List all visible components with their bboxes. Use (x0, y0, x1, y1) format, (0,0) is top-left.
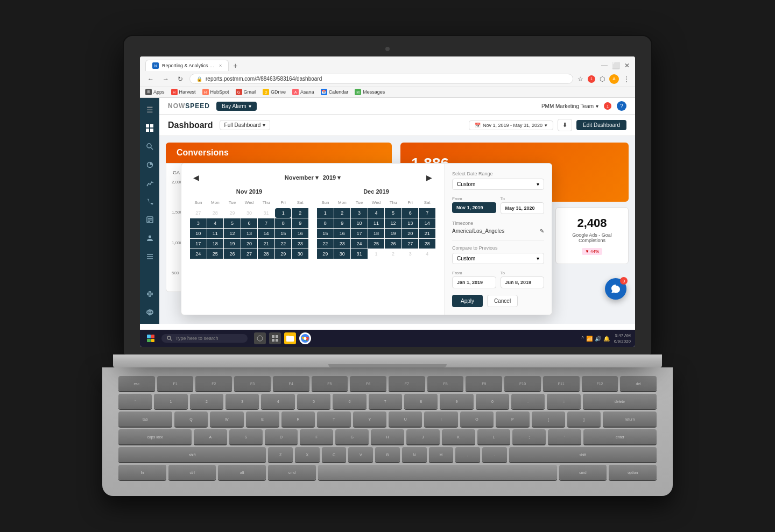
key-fn[interactable]: fn (118, 465, 166, 480)
key-f9[interactable]: F9 (466, 376, 502, 391)
cal-day[interactable]: 23 (292, 239, 308, 249)
forward-btn[interactable]: → (160, 74, 171, 84)
key-f11[interactable]: F11 (543, 376, 580, 391)
key-delete[interactable]: del (620, 376, 657, 391)
bookmark-harvest[interactable]: H Harvest (171, 89, 196, 95)
cal-day[interactable]: 29 (317, 249, 334, 259)
cal-day[interactable]: 5 (224, 218, 241, 228)
taskbar-icon-view[interactable] (269, 332, 281, 344)
sidebar-item-dashboard[interactable] (142, 120, 157, 136)
export-button[interactable]: ⬇ (558, 119, 572, 131)
new-tab-button[interactable]: + (230, 60, 241, 71)
key-f1[interactable]: F1 (157, 376, 194, 391)
key-2[interactable]: 2 (190, 394, 223, 409)
dr-range-selector[interactable]: Custom ▾ (452, 179, 544, 190)
key-m[interactable]: M (429, 447, 454, 462)
cal-day[interactable]: 11 (207, 229, 224, 238)
cal-day[interactable]: 16 (334, 229, 351, 238)
key-z[interactable]: Z (268, 447, 293, 462)
taskbar-icon-folder[interactable] (284, 332, 296, 344)
extension-badge[interactable]: 1 (588, 75, 595, 83)
key-enter2[interactable]: enter (583, 429, 657, 444)
cal-day[interactable]: 11 (368, 218, 385, 228)
chat-widget[interactable]: 3 (605, 278, 626, 300)
cal-day[interactable]: 28 (419, 239, 435, 249)
address-bar[interactable]: 🔒 reports.postmm.com/#/88463/583164/dash… (189, 74, 573, 84)
cal-day[interactable]: 18 (207, 239, 224, 249)
year-selector[interactable]: 2019 ▾ (323, 174, 341, 181)
windows-start-button[interactable] (144, 332, 157, 345)
taskbar-wifi-icon[interactable]: 📶 (586, 336, 593, 342)
key-ctrl[interactable]: ctrl (168, 465, 216, 480)
key-c[interactable]: C (322, 447, 347, 462)
taskbar-speaker-icon[interactable]: 🔊 (595, 336, 601, 342)
bookmark-asana[interactable]: A Asana (292, 89, 314, 95)
cal-day[interactable]: 2 (292, 208, 308, 218)
client-selector-button[interactable]: Bay Alarm ▾ (216, 102, 257, 111)
key-cmd-r[interactable]: cmd (559, 465, 607, 480)
cal-day[interactable]: 20 (241, 239, 258, 249)
key-f5[interactable]: F5 (312, 376, 348, 391)
key-lbracket[interactable]: [ (532, 412, 565, 427)
sidebar-item-analytics[interactable] (142, 175, 157, 190)
bookmark-gmail[interactable]: G Gmail (236, 89, 257, 95)
cal-day[interactable]: 27 (190, 208, 207, 218)
cal-day[interactable]: 7 (419, 208, 435, 218)
key-g[interactable]: G (335, 429, 369, 444)
key-0[interactable]: 0 (476, 394, 509, 409)
key-f[interactable]: F (300, 429, 333, 444)
key-equals[interactable]: = (547, 394, 580, 409)
cal-day[interactable]: 27 (241, 249, 258, 259)
key-f7[interactable]: F7 (389, 376, 425, 391)
key-minus[interactable]: - (511, 394, 545, 409)
key-space[interactable] (318, 465, 557, 480)
cal-day[interactable]: 12 (385, 218, 401, 228)
cal-day[interactable]: 31 (258, 208, 274, 218)
key-f4[interactable]: F4 (273, 376, 309, 391)
sidebar-item-list[interactable] (142, 249, 157, 264)
key-cmd-l[interactable]: cmd (268, 465, 316, 480)
bookmark-apps[interactable]: ⊞ Apps (145, 89, 165, 95)
cal-day[interactable]: 9 (292, 218, 308, 228)
sidebar-item-settings[interactable] (142, 304, 157, 320)
key-option[interactable]: option (609, 465, 657, 480)
sidebar-item-chart[interactable] (142, 157, 157, 172)
sidebar-item-reports[interactable] (142, 212, 157, 227)
cal-day[interactable]: 19 (385, 229, 401, 238)
dr-to-value[interactable]: May 31, 2020 (501, 202, 545, 214)
cal-day[interactable]: 18 (368, 229, 385, 238)
key-x[interactable]: X (295, 447, 320, 462)
apply-button[interactable]: Apply (452, 295, 483, 307)
help-button[interactable]: ? (617, 101, 626, 111)
key-6[interactable]: 6 (333, 394, 366, 409)
cal-day[interactable]: 3 (190, 218, 207, 228)
bookmark-calendar[interactable]: 📅 Calendar (321, 89, 349, 95)
taskbar-chevron-icon[interactable]: ^ (581, 336, 584, 342)
edit-dashboard-button[interactable]: Edit Dashboard (576, 120, 626, 130)
key-9[interactable]: 9 (440, 394, 473, 409)
key-semicolon[interactable]: ; (512, 429, 546, 444)
cal-day[interactable]: 30 (241, 208, 258, 218)
taskbar-icon-chrome[interactable] (299, 332, 311, 344)
cal-prev-btn[interactable]: ◀ (190, 172, 202, 183)
key-rbracket[interactable]: ] (567, 412, 601, 427)
key-b[interactable]: B (375, 447, 400, 462)
date-range-button[interactable]: 📅 Nov 1, 2019 - May 31, 2020 ▾ (469, 120, 553, 130)
cal-day[interactable]: 4 (207, 218, 224, 228)
key-7[interactable]: 7 (369, 394, 402, 409)
key-tab[interactable]: tab (118, 412, 172, 427)
cal-day[interactable]: 1 (317, 208, 334, 218)
cal-day[interactable]: 22 (317, 239, 334, 249)
cal-day[interactable]: 25 (207, 249, 224, 259)
taskbar-notification-icon[interactable]: 🔔 (603, 336, 610, 342)
dr-from-value[interactable]: Nov 1, 2019 (452, 202, 496, 213)
key-l[interactable]: L (477, 429, 511, 444)
cal-day[interactable]: 24 (190, 249, 207, 259)
key-i[interactable]: I (424, 412, 457, 427)
key-esc[interactable]: esc (118, 376, 155, 391)
key-e[interactable]: E (246, 412, 279, 427)
cal-day[interactable]: 8 (317, 218, 334, 228)
key-d[interactable]: D (265, 429, 298, 444)
key-p[interactable]: P (496, 412, 529, 427)
sidebar-item-integrations[interactable] (142, 286, 157, 301)
